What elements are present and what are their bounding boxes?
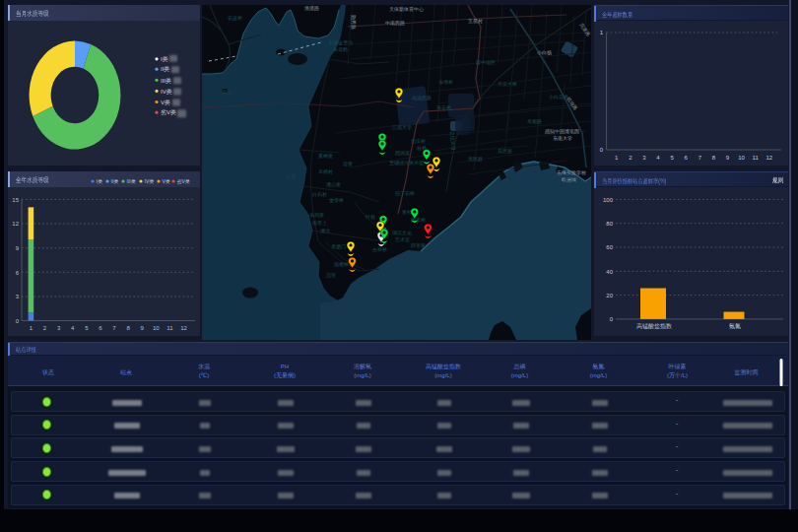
svg-text:氨氮: 氨氮	[729, 322, 741, 329]
svg-text:3: 3	[57, 325, 61, 331]
svg-text:东埠桥: 东埠桥	[438, 79, 453, 85]
svg-text:渔港路: 渔港路	[304, 5, 319, 12]
svg-text:监测时间: 监测时间	[735, 368, 759, 376]
svg-text:吉祥桥: 吉祥桥	[372, 246, 387, 252]
svg-text:叶绿素: 叶绿素	[669, 364, 687, 369]
svg-text:8: 8	[126, 325, 130, 331]
svg-text:寿安桥: 寿安桥	[436, 104, 451, 110]
svg-text:9: 9	[141, 325, 145, 331]
svg-text:(mg/L): (mg/L)	[590, 372, 607, 378]
svg-text:3: 3	[642, 155, 646, 161]
svg-text:IV类: IV类	[145, 178, 155, 184]
svg-text:40: 40	[606, 269, 613, 275]
svg-text:1: 1	[600, 30, 604, 35]
svg-text:叶巷: 叶巷	[366, 214, 375, 220]
svg-text:PH: PH	[281, 364, 289, 369]
svg-text:1: 1	[615, 155, 619, 161]
svg-text:9: 9	[726, 155, 730, 161]
svg-text:漕湾: 漕湾	[320, 228, 330, 234]
svg-text:(无量纲): (无量纲)	[274, 371, 296, 379]
svg-text:0: 0	[600, 147, 604, 153]
svg-text:7: 7	[698, 155, 702, 161]
svg-text:5: 5	[670, 155, 674, 161]
svg-text:溶解氧: 溶解氧	[354, 363, 371, 370]
svg-text:6: 6	[685, 155, 689, 161]
svg-text:0: 0	[610, 316, 614, 322]
svg-text:石皮桥: 石皮桥	[228, 15, 242, 22]
svg-text:南栖桥: 南栖桥	[334, 261, 349, 268]
svg-text:重棉里: 重棉里	[318, 153, 333, 159]
svg-text:3: 3	[16, 294, 20, 299]
svg-text:2: 2	[629, 155, 632, 161]
svg-text:20: 20	[606, 293, 613, 299]
svg-text:容里: 容里	[343, 161, 353, 166]
svg-text:中南西路: 中南西路	[385, 20, 405, 27]
svg-text:(℃): (℃)	[199, 372, 210, 378]
svg-text:江南大学: 江南大学	[392, 124, 412, 131]
svg-text:湖滨文化: 湖滨文化	[392, 230, 412, 236]
svg-text:白石村: 白石村	[312, 191, 327, 198]
svg-text:拐丁石桥: 拐丁石桥	[395, 190, 415, 197]
svg-text:劣V类: 劣V类	[161, 109, 176, 116]
svg-text:东坞里: 东坞里	[309, 212, 324, 219]
svg-text:10: 10	[738, 155, 745, 161]
svg-text:南亭上: 南亭上	[312, 220, 327, 226]
svg-text:天保新体育中心: 天保新体育中心	[389, 6, 424, 12]
svg-text:V类: V类	[163, 178, 170, 184]
svg-text:(万个/L): (万个/L)	[667, 372, 688, 378]
svg-text:梁中地区: 梁中地区	[476, 59, 496, 65]
svg-text:11: 11	[753, 155, 760, 161]
svg-text:薛家里: 薛家里	[411, 242, 426, 248]
svg-text:吴都路: 吴都路	[527, 118, 542, 125]
svg-text:(mg/L): (mg/L)	[434, 372, 451, 378]
svg-text:100: 100	[603, 197, 614, 203]
svg-text:12: 12	[180, 325, 187, 331]
svg-text:艺术宫: 艺术宫	[395, 236, 410, 242]
svg-text:高锰酸盐指数: 高锰酸盐指数	[636, 322, 672, 330]
svg-text:东绛实验学校: 东绛实验学校	[557, 169, 586, 175]
svg-text:小白杨: 小白杨	[537, 49, 552, 56]
svg-text:(mg/L): (mg/L)	[511, 372, 528, 378]
svg-text:6: 6	[16, 270, 20, 276]
svg-text:青祁: 青祁	[402, 209, 412, 215]
svg-text:羊横村: 羊横村	[318, 168, 333, 175]
svg-text:劣V类: 劣V类	[177, 178, 190, 185]
svg-text:0: 0	[16, 318, 20, 324]
svg-text:欧洲城: 欧洲城	[562, 176, 576, 183]
svg-text:沈家: 沈家	[326, 272, 336, 279]
svg-text:II类: II类	[161, 66, 169, 72]
svg-text:总磷: 总磷	[513, 364, 526, 369]
svg-text:感知中国博览园: 感知中国博览园	[545, 128, 579, 135]
svg-text:III类: III类	[161, 78, 171, 84]
svg-text:7: 7	[112, 325, 116, 331]
svg-text:头等舱: 头等舱	[333, 46, 348, 52]
svg-text:4: 4	[656, 155, 660, 161]
svg-text:2: 2	[43, 325, 47, 331]
svg-text:犊山: 犊山	[222, 89, 232, 95]
svg-text:II类: II类	[111, 178, 119, 184]
svg-text:水温: 水温	[198, 363, 210, 369]
svg-text:状态: 状态	[41, 368, 54, 375]
svg-text:12: 12	[765, 155, 772, 161]
svg-text:4: 4	[71, 325, 75, 331]
svg-text:太湖蓝堡湾: 太湖蓝堡湾	[328, 39, 353, 46]
svg-text:1: 1	[30, 325, 33, 331]
svg-text:大渚: 大渚	[286, 173, 296, 180]
svg-text:具区路: 具区路	[498, 148, 512, 154]
svg-text:五星村: 五星村	[468, 18, 483, 25]
svg-text:60: 60	[606, 244, 613, 250]
svg-text:吴塘门: 吴塘门	[331, 243, 346, 249]
svg-text:V类: V类	[161, 100, 170, 105]
svg-text:15: 15	[12, 197, 19, 203]
svg-text:5: 5	[85, 325, 89, 331]
svg-text:11: 11	[166, 325, 173, 331]
svg-text:I类: I类	[161, 56, 168, 62]
svg-text:站点: 站点	[120, 369, 132, 376]
svg-text:氨氮: 氨氮	[593, 363, 605, 369]
svg-text:无锡绿湾美术馆: 无锡绿湾美术馆	[389, 160, 424, 166]
svg-text:天安大桥: 天安大桥	[498, 81, 517, 87]
svg-text:东南大学: 东南大学	[553, 135, 572, 141]
svg-text:8: 8	[712, 155, 716, 161]
svg-text:9: 9	[16, 245, 20, 251]
svg-text:隐秀路: 隐秀路	[350, 15, 357, 30]
